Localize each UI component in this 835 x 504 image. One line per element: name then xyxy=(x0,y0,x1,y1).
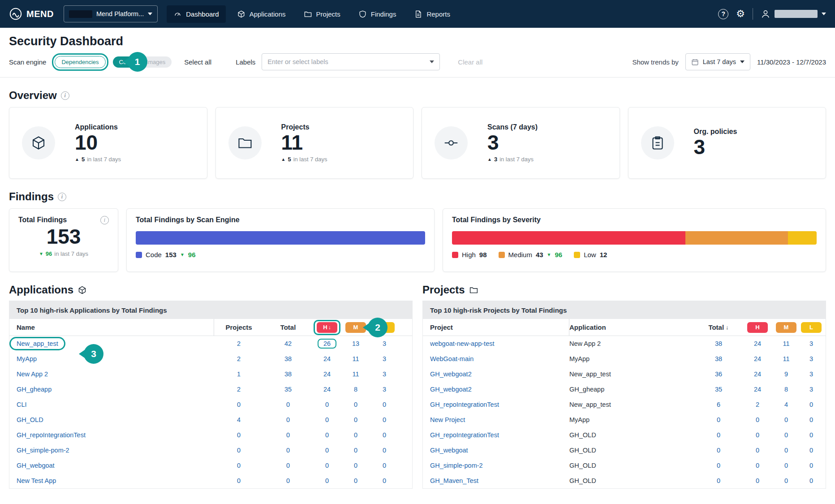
application-link[interactable]: GH_OLD xyxy=(17,416,43,423)
application-link[interactable]: GH_repoIntegrationTest xyxy=(17,431,86,439)
low-count-link[interactable]: 3 xyxy=(809,355,813,362)
labels-select[interactable] xyxy=(262,53,440,70)
gear-icon[interactable]: ⚙ xyxy=(736,9,745,19)
select-all-link[interactable]: Select all xyxy=(184,58,211,66)
total-count-link[interactable]: 38 xyxy=(284,370,292,378)
high-count-link[interactable]: 0 xyxy=(325,477,329,484)
high-count-link[interactable]: 0 xyxy=(325,431,329,439)
org-selector-dropdown[interactable]: Mend Platform... xyxy=(64,5,158,22)
total-count-link[interactable]: 38 xyxy=(284,355,292,362)
medium-count-link[interactable]: 0 xyxy=(354,447,357,454)
medium-count-link[interactable]: 11 xyxy=(352,355,359,362)
projects-count-link[interactable]: 0 xyxy=(237,447,241,454)
total-count-link[interactable]: 42 xyxy=(284,340,292,347)
low-count-link[interactable]: 0 xyxy=(383,477,386,484)
medium-count-link[interactable]: 13 xyxy=(352,340,359,347)
total-count-link[interactable]: 0 xyxy=(286,447,290,454)
application-link[interactable]: CLI xyxy=(17,401,27,408)
low-count-link[interactable]: 0 xyxy=(809,462,813,469)
medium-count-link[interactable]: 4 xyxy=(784,401,788,408)
low-count-link[interactable]: 3 xyxy=(809,370,813,378)
application-link[interactable]: GH_gheapp xyxy=(17,386,52,393)
high-count-link[interactable]: 0 xyxy=(756,447,759,454)
high-count-link[interactable]: 0 xyxy=(756,462,759,469)
user-menu[interactable] xyxy=(761,9,826,19)
nav-item-findings[interactable]: Findings xyxy=(352,5,403,23)
total-count-link[interactable]: 36 xyxy=(715,370,722,378)
low-count-link[interactable]: 0 xyxy=(383,462,386,469)
application-link[interactable]: New Test App xyxy=(17,477,56,484)
medium-count-link[interactable]: 8 xyxy=(784,386,788,393)
high-count-link[interactable]: 24 xyxy=(754,370,761,378)
high-count-link[interactable]: 0 xyxy=(756,477,759,484)
total-count-link[interactable]: 0 xyxy=(286,401,290,408)
medium-count-link[interactable]: 0 xyxy=(784,477,788,484)
medium-count-link[interactable]: 0 xyxy=(354,477,357,484)
medium-count-link[interactable]: 0 xyxy=(354,462,357,469)
projects-count-link[interactable]: 0 xyxy=(237,431,241,439)
projects-count-link[interactable]: 2 xyxy=(237,386,241,393)
projects-count-link[interactable]: 0 xyxy=(237,462,241,469)
project-link[interactable]: GH_simple-pom-2 xyxy=(430,462,483,469)
low-count-link[interactable]: 3 xyxy=(383,386,386,393)
info-icon[interactable]: i xyxy=(100,216,109,224)
info-icon[interactable]: i xyxy=(61,91,69,100)
high-count-link[interactable]: 0 xyxy=(325,462,329,469)
low-count-link[interactable]: 0 xyxy=(383,431,386,439)
column-header-total[interactable]: Total ↓ xyxy=(694,323,743,331)
high-count-link[interactable]: 24 xyxy=(323,370,331,378)
high-count-link[interactable]: 0 xyxy=(325,401,329,408)
medium-count-link[interactable]: 0 xyxy=(784,462,788,469)
projects-count-link[interactable]: 0 xyxy=(237,477,241,484)
medium-count-link[interactable]: 8 xyxy=(354,386,357,393)
trend-period-dropdown[interactable]: Last 7 days xyxy=(685,53,750,70)
application-link[interactable]: New App 2 xyxy=(17,370,48,378)
medium-count-link[interactable]: 0 xyxy=(354,431,357,439)
total-count-link[interactable]: 0 xyxy=(286,431,290,439)
column-header-total[interactable]: Total xyxy=(263,323,313,331)
low-count-link[interactable]: 0 xyxy=(809,477,813,484)
column-header-high[interactable]: H ↓ xyxy=(313,322,341,333)
column-header-projects[interactable]: Projects xyxy=(214,323,263,331)
low-count-link[interactable]: 3 xyxy=(383,355,386,362)
medium-count-link[interactable]: 0 xyxy=(784,416,788,423)
medium-count-link[interactable]: 11 xyxy=(783,355,789,362)
low-count-link[interactable]: 3 xyxy=(809,386,813,393)
engine-pill-dependencies[interactable]: Dependencies xyxy=(55,56,105,68)
project-link[interactable]: webgoat-new-app-test xyxy=(430,340,494,347)
medium-count-link[interactable]: 11 xyxy=(352,370,359,378)
low-count-link[interactable]: 3 xyxy=(383,340,386,347)
project-link[interactable]: GH_repoIntegrationTest xyxy=(430,431,499,439)
total-count-link[interactable]: 35 xyxy=(284,386,292,393)
low-count-link[interactable]: 3 xyxy=(383,370,386,378)
projects-count-link[interactable]: 2 xyxy=(237,355,241,362)
project-link[interactable]: GH_webgoat2 xyxy=(430,370,472,378)
total-count-link[interactable]: 38 xyxy=(715,355,722,362)
high-count-link[interactable]: 24 xyxy=(323,386,331,393)
info-icon[interactable]: i xyxy=(58,193,66,201)
projects-count-link[interactable]: 2 xyxy=(237,340,241,347)
high-count-link[interactable]: 2 xyxy=(756,401,759,408)
project-link[interactable]: GH_webgoat2 xyxy=(430,386,472,393)
total-count-link[interactable]: 0 xyxy=(717,431,720,439)
column-header-application[interactable]: Application xyxy=(569,323,694,331)
low-count-link[interactable]: 0 xyxy=(809,447,813,454)
medium-count-link[interactable]: 0 xyxy=(784,431,788,439)
medium-count-link[interactable]: 0 xyxy=(354,401,357,408)
high-count-link[interactable]: 24 xyxy=(754,386,761,393)
medium-count-link[interactable]: 9 xyxy=(784,370,788,378)
low-count-link[interactable]: 0 xyxy=(809,416,813,423)
project-link[interactable]: WebGoat-main xyxy=(430,355,473,362)
total-count-link[interactable]: 0 xyxy=(717,477,720,484)
clear-all-button[interactable]: Clear all xyxy=(458,58,482,66)
application-link[interactable]: MyApp xyxy=(17,355,37,362)
total-count-link[interactable]: 0 xyxy=(717,416,720,423)
low-count-link[interactable]: 0 xyxy=(383,401,386,408)
high-count-link[interactable]: 24 xyxy=(754,340,761,347)
help-icon[interactable]: ? xyxy=(718,9,728,19)
column-header-name[interactable]: Name xyxy=(9,319,214,336)
total-count-link[interactable]: 35 xyxy=(715,386,722,393)
medium-count-link[interactable]: 0 xyxy=(354,416,357,423)
total-count-link[interactable]: 38 xyxy=(715,340,722,347)
low-count-link[interactable]: 0 xyxy=(383,416,386,423)
